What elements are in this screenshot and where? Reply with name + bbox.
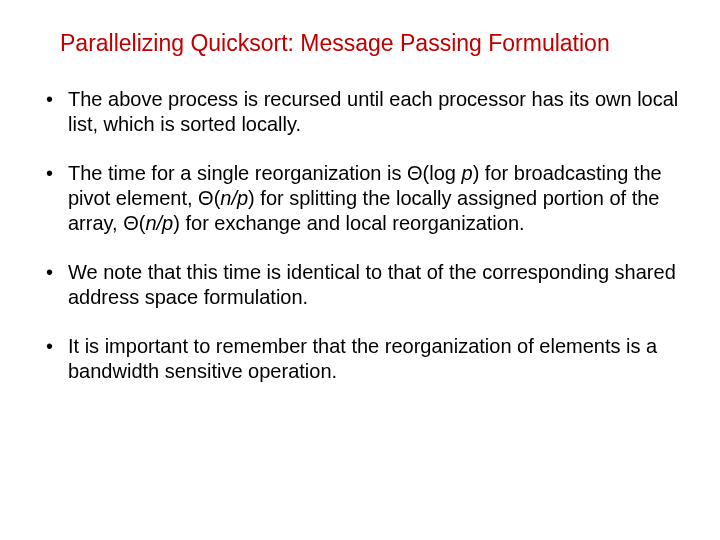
bullet-item: We note that this time is identical to t… bbox=[40, 260, 680, 310]
slide-title: Parallelizing Quicksort: Message Passing… bbox=[60, 30, 680, 57]
bullet-text: We note that this time is identical to t… bbox=[68, 261, 676, 308]
bullet-text: p bbox=[462, 162, 473, 184]
bullet-item: It is important to remember that the reo… bbox=[40, 334, 680, 384]
bullet-text: n/p bbox=[145, 212, 173, 234]
slide: Parallelizing Quicksort: Message Passing… bbox=[0, 0, 720, 428]
bullet-text: n/p bbox=[220, 187, 248, 209]
bullet-text: The above process is recursed until each… bbox=[68, 88, 678, 135]
bullet-text: It is important to remember that the reo… bbox=[68, 335, 657, 382]
bullet-item: The above process is recursed until each… bbox=[40, 87, 680, 137]
bullet-text: The time for a single reorganization is … bbox=[68, 162, 462, 184]
bullet-text: ) for exchange and local reorganization. bbox=[173, 212, 524, 234]
bullet-list: The above process is recursed until each… bbox=[40, 87, 680, 384]
bullet-item: The time for a single reorganization is … bbox=[40, 161, 680, 236]
